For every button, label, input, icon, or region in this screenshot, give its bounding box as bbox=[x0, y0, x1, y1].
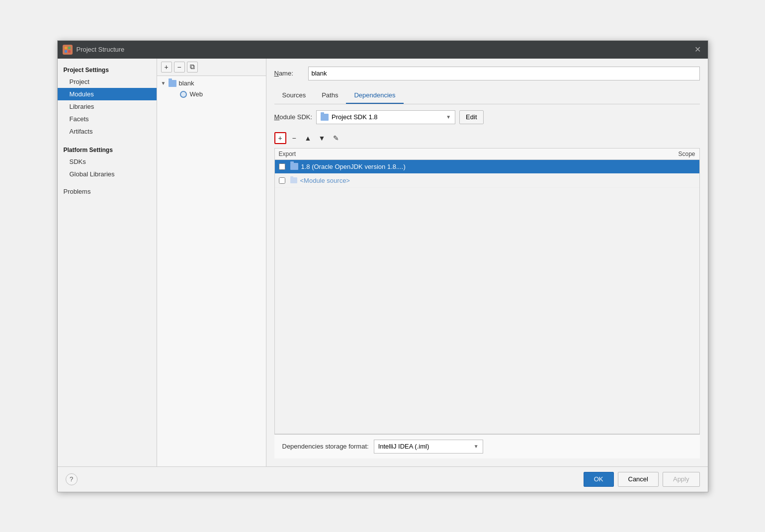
col-scope: Scope bbox=[633, 149, 699, 160]
tab-sources[interactable]: Sources bbox=[274, 87, 314, 104]
platform-settings-label: Platform Settings bbox=[58, 143, 157, 155]
folder-icon bbox=[168, 79, 177, 87]
storage-dropdown-arrow: ▼ bbox=[474, 444, 479, 449]
title-bar: Project Structure ✕ bbox=[58, 41, 708, 59]
storage-select-text: IntelliJ IDEA (.iml) bbox=[378, 443, 471, 450]
dep-module-source-label: <Module source> bbox=[300, 177, 350, 184]
tree-item-blank-label: blank bbox=[179, 79, 194, 87]
sidebar-item-global-libraries[interactable]: Global Libraries bbox=[58, 168, 157, 180]
sidebar-item-project[interactable]: Project bbox=[58, 76, 157, 88]
dep-scope-module bbox=[633, 173, 699, 187]
middle-panel: + − ⧉ ▼ blank bbox=[157, 59, 708, 466]
sidebar-item-facets[interactable]: Facets bbox=[58, 113, 157, 125]
dep-sdk-folder-icon bbox=[290, 163, 298, 170]
app-icon bbox=[63, 45, 73, 55]
footer-right: OK Cancel Apply bbox=[584, 472, 700, 487]
dep-cell-jdk: 1.8 (Oracle OpenJDK version 1.8....) bbox=[275, 159, 633, 173]
sdk-select[interactable]: Project SDK 1.8 ▼ bbox=[316, 110, 455, 124]
sdk-label: Module SDK: bbox=[274, 113, 313, 121]
add-dep-button[interactable]: + bbox=[274, 132, 286, 144]
remove-dep-button[interactable]: − bbox=[288, 132, 300, 144]
dialog-content: Project Settings Project Modules Librari… bbox=[58, 59, 708, 466]
dialog-footer: ? OK Cancel Apply bbox=[58, 466, 708, 492]
module-list: + − ⧉ ▼ blank bbox=[157, 59, 266, 466]
move-dep-up-button[interactable]: ▲ bbox=[302, 132, 314, 144]
dep-table-container: Export Scope 1.8 (Oracle OpenJ bbox=[274, 148, 700, 434]
sidebar-item-modules[interactable]: Modules bbox=[58, 88, 157, 100]
dep-scope-jdk bbox=[633, 159, 699, 173]
svg-rect-3 bbox=[68, 50, 71, 53]
project-settings-label: Project Settings bbox=[58, 63, 157, 76]
sidebar-item-problems[interactable]: Problems bbox=[58, 185, 157, 198]
tree-item-web-label: Web bbox=[190, 90, 203, 98]
edit-sdk-button[interactable]: Edit bbox=[459, 110, 483, 124]
sidebar-item-libraries[interactable]: Libraries bbox=[58, 100, 157, 113]
name-input[interactable] bbox=[308, 67, 700, 80]
dep-export-checkbox-jdk[interactable] bbox=[279, 163, 285, 170]
copy-module-button[interactable]: ⧉ bbox=[187, 62, 198, 73]
sdk-folder-icon bbox=[321, 114, 329, 121]
dep-table: Export Scope 1.8 (Oracle OpenJ bbox=[275, 149, 699, 188]
col-export: Export bbox=[275, 149, 633, 160]
module-tree: ▼ blank Web bbox=[157, 76, 266, 466]
dep-row-jdk[interactable]: 1.8 (Oracle OpenJDK version 1.8....) bbox=[275, 159, 699, 173]
dialog-title: Project Structure bbox=[77, 46, 692, 53]
sdk-row: Module SDK: Project SDK 1.8 ▼ Edit bbox=[274, 110, 700, 124]
sidebar: Project Settings Project Modules Librari… bbox=[58, 59, 157, 466]
dep-toolbar: + − ▲ ▼ ✎ bbox=[274, 130, 700, 146]
dep-jdk-label: 1.8 (Oracle OpenJDK version 1.8....) bbox=[301, 163, 406, 170]
tree-item-blank[interactable]: ▼ blank bbox=[157, 78, 266, 89]
storage-format-section: Dependencies storage format: IntelliJ ID… bbox=[274, 434, 700, 458]
name-label: Name: bbox=[274, 70, 304, 77]
cancel-button[interactable]: Cancel bbox=[618, 472, 659, 487]
name-row: Name: bbox=[274, 67, 700, 80]
storage-label: Dependencies storage format: bbox=[282, 443, 369, 450]
storage-select[interactable]: IntelliJ IDEA (.iml) ▼ bbox=[374, 440, 483, 454]
tabs: Sources Paths Dependencies bbox=[274, 87, 700, 104]
module-toolbar: + − ⧉ bbox=[157, 59, 266, 76]
edit-dep-button[interactable]: ✎ bbox=[330, 132, 342, 144]
svg-rect-1 bbox=[68, 47, 71, 49]
dep-row-module-source[interactable]: <Module source> bbox=[275, 173, 699, 187]
dep-export-checkbox-module[interactable] bbox=[279, 177, 285, 184]
dep-module-folder-icon bbox=[290, 177, 297, 183]
svg-rect-0 bbox=[65, 47, 67, 49]
close-icon[interactable]: ✕ bbox=[692, 44, 703, 55]
expand-icon: ▼ bbox=[161, 80, 168, 86]
help-button[interactable]: ? bbox=[66, 473, 78, 485]
dep-cell-module-source: <Module source> bbox=[275, 173, 633, 187]
detail-panel: Name: Sources Paths Dependencies Module … bbox=[266, 59, 708, 466]
move-dep-down-button[interactable]: ▼ bbox=[316, 132, 328, 144]
tab-paths[interactable]: Paths bbox=[314, 87, 346, 104]
tab-dependencies[interactable]: Dependencies bbox=[346, 87, 403, 104]
sdk-dropdown-arrow: ▼ bbox=[446, 114, 451, 120]
footer-left: ? bbox=[66, 473, 78, 485]
apply-button[interactable]: Apply bbox=[663, 472, 700, 487]
project-structure-dialog: Project Structure ✕ Project Settings Pro… bbox=[57, 40, 708, 492]
add-module-button[interactable]: + bbox=[161, 62, 172, 73]
remove-module-button[interactable]: − bbox=[174, 62, 185, 73]
sdk-select-text: Project SDK 1.8 bbox=[332, 113, 443, 121]
sidebar-item-artifacts[interactable]: Artifacts bbox=[58, 125, 157, 138]
tree-item-web[interactable]: Web bbox=[157, 89, 266, 100]
web-icon bbox=[179, 90, 188, 98]
svg-rect-2 bbox=[65, 50, 67, 53]
sidebar-item-sdks[interactable]: SDKs bbox=[58, 155, 157, 168]
ok-button[interactable]: OK bbox=[584, 472, 614, 487]
